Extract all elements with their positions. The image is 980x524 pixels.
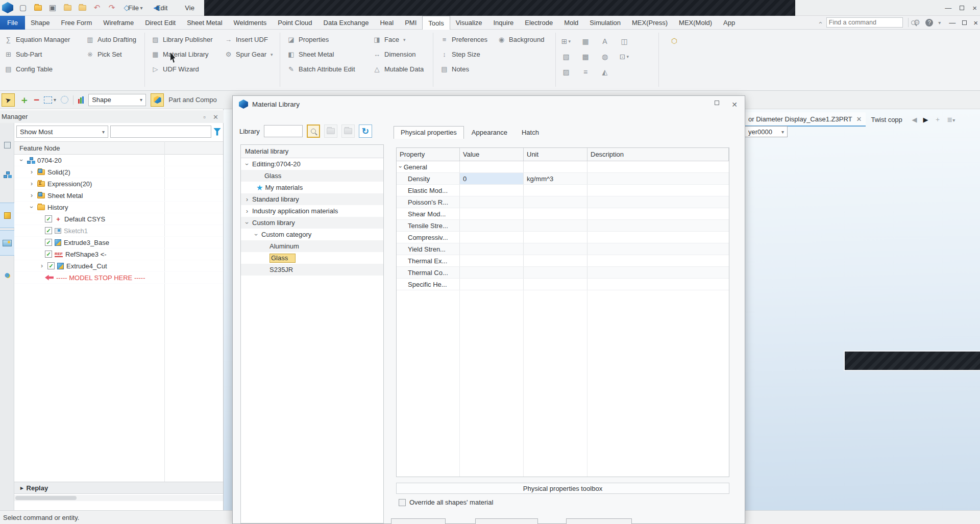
utility-icon-10[interactable]: ≡	[578, 66, 593, 78]
collapse-ribbon-icon[interactable]: ›	[816, 21, 824, 23]
menu-view[interactable]: Vie	[183, 3, 197, 13]
replay-expand-icon[interactable]: ▸	[20, 485, 23, 491]
face-button[interactable]: ◨Face▾	[373, 32, 424, 47]
insert-udf-button[interactable]: →Insert UDF	[224, 32, 273, 47]
material-node-glass-editing[interactable]: Glass	[241, 170, 383, 182]
utility-icon-3[interactable]: A	[597, 35, 612, 47]
window-minimize-button[interactable]: —	[945, 4, 951, 12]
tab-shape[interactable]: Shape	[25, 16, 56, 30]
material-node-my-materials[interactable]: ★My materials	[241, 182, 383, 193]
utility-icon-8[interactable]: ⊡▾	[617, 51, 632, 63]
tab-mex-press[interactable]: MEX(Press)	[626, 16, 673, 30]
table-row-compressive-strength[interactable]: Compressiv...	[397, 232, 729, 243]
tree-row-root[interactable]: ›0704-20	[14, 155, 223, 166]
window-close-button[interactable]: ×	[972, 4, 977, 12]
tree-row-expression[interactable]: ›ΣExpression(20)	[14, 178, 223, 190]
tab-scroll-right-icon[interactable]: ▶	[923, 116, 928, 123]
tree-row-extrude4-cut[interactable]: ›✓Extrude4_Cut	[14, 260, 223, 272]
doc-restore-button[interactable]	[962, 20, 967, 25]
find-command-input[interactable]	[829, 19, 911, 26]
material-library-button[interactable]: ▦Material Library	[151, 47, 213, 62]
tab-pmi[interactable]: PMI	[399, 16, 422, 30]
sub-part-button[interactable]: ⊞Sub-Part	[4, 47, 70, 62]
find-command-box[interactable]	[826, 17, 903, 28]
dialog-title-bar[interactable]: Material Library ✕	[233, 96, 745, 112]
notes-button[interactable]: ▤Notes	[440, 62, 487, 77]
assembly-manager-icon[interactable]	[0, 162, 14, 187]
udf-wizard-button[interactable]: ▷UDF Wizard	[151, 62, 213, 77]
library-publisher-button[interactable]: ▨Library Publisher	[151, 32, 213, 47]
solid-manager-icon[interactable]	[0, 203, 14, 228]
tree-row-history[interactable]: ›History	[14, 202, 223, 213]
model-stop-arrow-icon[interactable]	[45, 275, 54, 281]
part-level-button[interactable]	[151, 93, 164, 107]
utility-icon-9[interactable]: ▨	[558, 66, 574, 78]
tree-row-sheet-metal[interactable]: ›Sheet Metal	[14, 190, 223, 202]
dialog-apply-button[interactable]	[566, 518, 632, 524]
material-node-glass-selected[interactable]: Glass	[241, 252, 383, 264]
pick-set-button[interactable]: ※Pick Set	[86, 47, 136, 62]
tab-heal[interactable]: Heal	[374, 16, 399, 30]
tab-add-icon[interactable]: ＋	[934, 115, 941, 124]
dimension-button[interactable]: ↔Dimension	[373, 47, 424, 62]
document-tab-next[interactable]: Twist copp	[866, 116, 910, 123]
document-tab-close-icon[interactable]: ✕	[856, 115, 862, 123]
utility-icon-11[interactable]: ◭	[597, 66, 612, 78]
physical-properties-toolbox-button[interactable]: Physical properties toolbox	[396, 483, 729, 494]
expand-chevron-icon[interactable]: ›	[29, 180, 35, 187]
utility-icon-4[interactable]: ◫	[617, 35, 632, 47]
open-library-button[interactable]	[324, 124, 337, 138]
tree-row-extrude3-base[interactable]: ✓Extrude3_Base	[14, 237, 223, 248]
material-node-industry-materials[interactable]: ›Industry application materials	[241, 205, 383, 217]
menu-edit[interactable]: Edit	[154, 3, 169, 13]
sheet-metal-attr-button[interactable]: ◧Sheet Metal	[287, 47, 355, 62]
new-file-icon[interactable]: ▢	[18, 3, 28, 13]
history-manager-icon[interactable]	[0, 132, 14, 158]
utility-icon-2[interactable]: ▦	[578, 35, 593, 47]
mutable-data-button[interactable]: △Mutable Data	[373, 62, 424, 77]
table-row-elastic-modulus[interactable]: Elastic Mod...	[397, 185, 729, 196]
step-size-button[interactable]: ↕Step Size	[440, 47, 487, 62]
doc-minimize-button[interactable]: —	[949, 19, 955, 27]
column-unit[interactable]: Unit	[524, 148, 587, 161]
tab-wireframe[interactable]: Wireframe	[97, 16, 139, 30]
properties-button[interactable]: ◪Properties	[287, 32, 355, 47]
tab-point-cloud[interactable]: Point Cloud	[272, 16, 317, 30]
tab-sheet-metal[interactable]: Sheet Metal	[181, 16, 228, 30]
expand-chevron-icon[interactable]: ›	[29, 168, 35, 176]
tree-search-input[interactable]	[110, 126, 211, 138]
expand-chevron-icon[interactable]: ›	[244, 196, 250, 203]
tab-simulation[interactable]: Simulation	[584, 16, 626, 30]
material-node-aluminum[interactable]: Aluminum	[241, 240, 383, 252]
feature-checkbox[interactable]: ✓	[45, 227, 52, 234]
collapse-chevron-icon[interactable]: ›	[18, 157, 25, 163]
tab-appearance[interactable]: Appearance	[465, 127, 514, 139]
table-row-thermal-expansion[interactable]: Thermal Ex...	[397, 255, 729, 267]
box-select-button[interactable]: ▾	[44, 96, 56, 104]
feature-checkbox[interactable]: ✓	[45, 239, 52, 246]
expand-chevron-icon[interactable]: ›	[39, 262, 45, 269]
layer-select[interactable]: yer0000▾	[745, 126, 788, 137]
dialog-float-icon[interactable]	[715, 101, 719, 105]
feature-checkbox[interactable]: ✓	[47, 262, 55, 269]
config-table-button[interactable]: ▤Config Table	[4, 62, 70, 77]
tab-data-exchange[interactable]: Data Exchange	[318, 16, 375, 30]
remove-selection-icon[interactable]: −	[34, 94, 39, 106]
tab-inquire[interactable]: Inquire	[487, 16, 519, 30]
save-library-button[interactable]	[341, 124, 355, 138]
entity-filter-select[interactable]: Shape▾	[88, 94, 146, 106]
tab-hatch[interactable]: Hatch	[515, 127, 546, 139]
open-file-icon[interactable]	[33, 3, 43, 13]
preferences-button[interactable]: ≡Preferences	[440, 32, 487, 47]
utility-icon-5[interactable]: ▧	[558, 51, 574, 63]
table-row-tensile-strength[interactable]: Tensile Stre...	[397, 220, 729, 232]
tree-row-default-csys[interactable]: ✓+Default CSYS	[14, 213, 223, 225]
color-filter-icon[interactable]	[78, 96, 84, 104]
tree-row-model-stop[interactable]: ----- MODEL STOP HERE -----	[14, 272, 223, 284]
override-checkbox[interactable]	[399, 499, 406, 506]
tab-visualize[interactable]: Visualize	[450, 16, 488, 30]
background-button[interactable]: ◉Background	[497, 32, 544, 47]
collapse-chevron-icon[interactable]: ›	[28, 204, 35, 210]
collapse-chevron-icon[interactable]: ›	[253, 232, 260, 238]
tab-app[interactable]: App	[718, 16, 741, 30]
